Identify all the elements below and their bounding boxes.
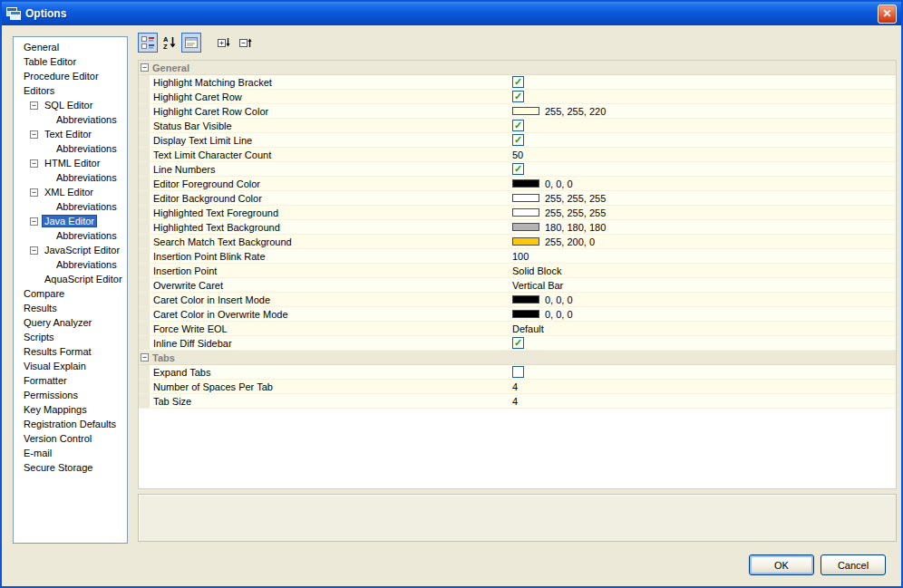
- sidebar-item-label: Java Editor: [42, 215, 97, 227]
- sidebar-item-xml-editor[interactable]: −XML Editor: [14, 185, 127, 199]
- property-value[interactable]: ✓: [512, 337, 524, 349]
- collapse-node-icon[interactable]: −: [30, 188, 38, 197]
- property-value[interactable]: ✓: [512, 76, 524, 88]
- property-value[interactable]: ✓: [512, 134, 524, 146]
- property-name: Status Bar Visible: [150, 120, 512, 131]
- row-gutter: [139, 307, 150, 321]
- checkbox-checked-icon[interactable]: ✓: [512, 337, 524, 349]
- property-value[interactable]: 4: [512, 381, 518, 392]
- property-value[interactable]: 50: [512, 149, 523, 160]
- section-header-tabs[interactable]: −Tabs: [139, 351, 896, 365]
- sidebar-item-abbreviations[interactable]: Abbreviations: [14, 170, 127, 185]
- sidebar-item-registration-defaults[interactable]: Registration Defaults: [14, 417, 127, 431]
- property-value[interactable]: 4: [512, 396, 518, 407]
- color-swatch[interactable]: [512, 310, 539, 318]
- property-name: Force Write EOL: [150, 323, 512, 334]
- property-value[interactable]: 255, 255, 255: [512, 193, 606, 204]
- property-value[interactable]: 255, 200, 0: [512, 236, 595, 247]
- sidebar-item-abbreviations[interactable]: Abbreviations: [14, 112, 127, 127]
- collapse-all-button[interactable]: [236, 33, 256, 53]
- color-swatch[interactable]: [512, 179, 539, 188]
- sidebar-item-e-mail[interactable]: E-mail: [14, 446, 127, 460]
- value-text: 100: [512, 251, 529, 262]
- property-value[interactable]: 0, 0, 0: [512, 178, 573, 189]
- sidebar-item-aquascript-editor[interactable]: AquaScript Editor: [14, 272, 127, 286]
- property-value[interactable]: Default: [512, 323, 544, 334]
- property-value[interactable]: 255, 255, 220: [512, 106, 606, 117]
- property-value[interactable]: ✓: [512, 91, 524, 102]
- sidebar-item-formatter[interactable]: Formatter: [14, 373, 127, 388]
- property-value[interactable]: ✓: [512, 163, 524, 175]
- ok-button[interactable]: OK: [749, 554, 814, 575]
- sidebar-item-secure-storage[interactable]: Secure Storage: [14, 460, 127, 475]
- sidebar-item-query-analyzer[interactable]: Query Analyzer: [14, 315, 127, 330]
- sidebar-item-key-mappings[interactable]: Key Mappings: [14, 402, 127, 417]
- property-row-insertion-point: Insertion PointSolid Block: [139, 264, 896, 278]
- sidebar-item-text-editor[interactable]: −Text Editor: [14, 127, 127, 141]
- property-value[interactable]: Vertical Bar: [512, 280, 563, 291]
- sidebar-item-general[interactable]: General: [14, 40, 127, 54]
- checkbox-checked-icon[interactable]: ✓: [512, 76, 524, 88]
- property-value[interactable]: 100: [512, 251, 529, 262]
- color-swatch[interactable]: [512, 223, 539, 231]
- color-swatch[interactable]: [512, 107, 539, 115]
- sidebar-item-javascript-editor[interactable]: −JavaScript Editor: [14, 243, 127, 257]
- cancel-button[interactable]: Cancel: [820, 554, 886, 575]
- collapse-node-icon[interactable]: −: [30, 246, 38, 255]
- expand-all-button[interactable]: [214, 33, 234, 53]
- property-value[interactable]: 0, 0, 0: [512, 294, 573, 305]
- color-swatch[interactable]: [512, 295, 539, 304]
- color-swatch[interactable]: [512, 237, 539, 246]
- property-value[interactable]: 0, 0, 0: [512, 309, 573, 320]
- collapse-section-icon[interactable]: −: [141, 63, 149, 72]
- color-swatch[interactable]: [512, 194, 539, 202]
- checkbox-unchecked-icon[interactable]: [512, 366, 524, 378]
- sidebar-item-abbreviations[interactable]: Abbreviations: [14, 141, 127, 156]
- show-description-button[interactable]: [181, 33, 201, 53]
- sidebar-item-abbreviations[interactable]: Abbreviations: [14, 228, 127, 243]
- section-header-general[interactable]: −General: [139, 61, 896, 75]
- checkbox-checked-icon[interactable]: ✓: [512, 91, 524, 102]
- sidebar-item-scripts[interactable]: Scripts: [14, 330, 127, 344]
- sidebar-item-results[interactable]: Results: [14, 301, 127, 315]
- collapse-node-icon[interactable]: −: [30, 159, 38, 168]
- collapse-node-icon[interactable]: −: [30, 130, 38, 139]
- collapse-node-icon[interactable]: −: [30, 217, 38, 226]
- checkbox-checked-icon[interactable]: ✓: [512, 163, 524, 175]
- titlebar[interactable]: Options ✕: [2, 2, 901, 25]
- options-window: Options ✕ GeneralTable EditorProcedure E…: [0, 0, 903, 588]
- sidebar-item-sql-editor[interactable]: −SQL Editor: [14, 98, 127, 112]
- property-value[interactable]: Solid Block: [512, 265, 561, 276]
- sidebar-item-version-control[interactable]: Version Control: [14, 431, 127, 446]
- property-value[interactable]: 255, 255, 255: [512, 207, 606, 218]
- sidebar-item-visual-explain[interactable]: Visual Explain: [14, 359, 127, 373]
- collapse-section-icon[interactable]: −: [141, 353, 149, 361]
- property-value[interactable]: ✓: [512, 120, 524, 131]
- collapse-node-icon[interactable]: −: [30, 101, 38, 110]
- sidebar-item-compare[interactable]: Compare: [14, 286, 127, 301]
- sidebar-item-html-editor[interactable]: −HTML Editor: [14, 156, 127, 170]
- row-gutter: [139, 177, 150, 190]
- property-value[interactable]: 180, 180, 180: [512, 222, 606, 233]
- sidebar-item-permissions[interactable]: Permissions: [14, 388, 127, 402]
- section-label: Tabs: [152, 352, 175, 363]
- sidebar-item-results-format[interactable]: Results Format: [14, 344, 127, 359]
- categorized-view-button[interactable]: [138, 33, 158, 53]
- row-gutter: [139, 264, 150, 277]
- sidebar-item-editors[interactable]: Editors: [14, 83, 127, 98]
- sidebar-item-abbreviations[interactable]: Abbreviations: [14, 257, 127, 272]
- sidebar-item-table-editor[interactable]: Table Editor: [14, 54, 127, 69]
- checkbox-checked-icon[interactable]: ✓: [512, 134, 524, 146]
- alphabetical-sort-button[interactable]: A Z: [160, 33, 180, 53]
- property-name: Tab Size: [150, 396, 512, 407]
- sidebar-item-abbreviations[interactable]: Abbreviations: [14, 199, 127, 214]
- close-icon[interactable]: ✕: [878, 5, 897, 24]
- property-value[interactable]: [512, 366, 524, 378]
- property-name: Editor Background Color: [150, 193, 512, 204]
- color-swatch[interactable]: [512, 208, 539, 217]
- checkbox-checked-icon[interactable]: ✓: [512, 120, 524, 131]
- sidebar-item-label: Abbreviations: [53, 113, 120, 126]
- sidebar-item-java-editor[interactable]: −Java Editor: [14, 214, 127, 228]
- sidebar-item-procedure-editor[interactable]: Procedure Editor: [14, 69, 127, 83]
- property-row-expand-tabs: Expand Tabs: [139, 365, 896, 380]
